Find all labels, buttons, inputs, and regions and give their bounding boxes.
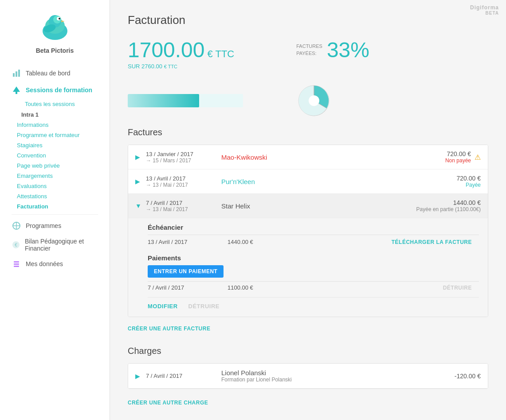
facture-date-main-2: 13 / Avril / 2017: [146, 175, 221, 182]
warning-icon-1: ⚠: [475, 153, 481, 161]
facture-dates-3: 7 / Avril / 2017 → 13 / Mai / 2017: [146, 200, 221, 212]
chevron-right-charge-1: ▶: [135, 373, 141, 380]
svg-rect-12: [16, 92, 17, 94]
sidebar-item-sessions[interactable]: Sessions de formation: [7, 82, 102, 98]
charge-date-main-1: 7 / Avril / 2017: [146, 373, 221, 379]
facture-row-3-header[interactable]: ▼ 7 / Avril / 2017 → 13 / Mai / 2017 Sta…: [128, 194, 488, 218]
sidebar-label-sessions: Sessions de formation: [26, 86, 92, 94]
sidebar-label-bilan: Bilan Pédagogique et Financier: [25, 238, 98, 252]
bird-logo: [37, 9, 73, 44]
svg-rect-20: [14, 266, 19, 267]
detruire-button[interactable]: DÉTRUIRE: [188, 303, 220, 310]
create-facture-link[interactable]: CRÉER UNE AUTRE FACTURE: [128, 326, 210, 332]
sidebar-label-programmes: Programmes: [26, 222, 61, 229]
progress-bar-fill: [128, 94, 199, 107]
svg-rect-9: [16, 71, 17, 77]
sur-amount: SUR 2760.00 € TTC: [128, 63, 234, 70]
progress-bar-container: [128, 94, 243, 107]
facture-amount-area-1: 720.00 € Non payée ⚠: [445, 150, 481, 164]
charge-amount-area-1: -120.00 €: [455, 373, 481, 380]
svg-marker-11: [13, 86, 20, 92]
paiements-title: Paiements: [148, 254, 479, 262]
svg-point-24: [309, 95, 319, 106]
facture-date-sub-2: → 13 / Mai / 2017: [146, 182, 221, 188]
charge-client-area-1: Lionel Polanski Formation par Lionel Pol…: [221, 369, 455, 383]
facture-status-3: Payée en partie (1100.00€): [416, 206, 481, 212]
pie-chart: [296, 83, 332, 118]
currency-ttc: € TTC: [208, 48, 235, 60]
pie-chart-container: [296, 83, 332, 118]
payments-section: Paiements ENTRER UN PAIEMENT 7 / Avril /…: [148, 254, 479, 294]
charges-title: Charges: [128, 346, 488, 356]
facture-client-3: Star Helix: [221, 202, 416, 210]
facture-amount-2: 720.00 €: [457, 175, 481, 182]
sidebar-item-attestations[interactable]: Attestations: [13, 191, 102, 201]
sidebar-item-programme-formateur[interactable]: Programme et formateur: [13, 130, 102, 140]
sidebar-item-toutes-sessions[interactable]: Toutes les sessions: [21, 98, 102, 110]
payment-date-1: 7 / Avril / 2017: [148, 284, 228, 291]
watermark: Digiforma BETA: [470, 4, 499, 16]
echeancier-date-1: 13 / Avril / 2017: [148, 239, 228, 245]
sidebar-item-mes-donnees[interactable]: Mes données: [7, 255, 102, 272]
create-charge-link[interactable]: CRÉER UNE AUTRE CHARGE: [128, 400, 208, 406]
echeancier-row-1: 13 / Avril / 2017 1440.00 € TÉLÉCHARGER …: [148, 235, 479, 249]
top-stats: 1700.00 € TTC SUR 2760.00 € TTC FACTURES…: [128, 38, 488, 70]
progress-area: [128, 83, 488, 118]
charge-client-sub-1: Formation par Lionel Polanski: [221, 377, 455, 383]
sidebar-item-page-web-privee[interactable]: Page web privée: [13, 161, 102, 171]
facture-row-2[interactable]: ▶ 13 / Avril / 2017 → 13 / Mai / 2017 Pu…: [128, 169, 488, 194]
charge-dates-1: 7 / Avril / 2017: [146, 373, 221, 379]
sidebar-item-bilan[interactable]: € Bilan Pédagogique et Financier: [7, 234, 102, 255]
facture-amount-area-3: 1440.00 € Payée en partie (1100.00€): [416, 199, 481, 212]
sidebar-item-stagiaires[interactable]: Stagiaires: [13, 140, 102, 150]
sidebar-item-convention[interactable]: Convention: [13, 150, 102, 161]
facture-amount-3: 1440.00 €: [416, 199, 481, 206]
svg-rect-19: [14, 263, 19, 265]
detruire-payment-btn[interactable]: DÉTRUIRE: [443, 285, 472, 291]
main-content: Digiforma BETA Facturation 1700.00 € TTC…: [110, 0, 506, 420]
facture-status-2: Payée: [457, 182, 481, 188]
sidebar-label-tableau: Tableau de bord: [26, 70, 70, 77]
sidebar-item-programmes[interactable]: Programmes: [7, 217, 102, 234]
modifier-button[interactable]: MODIFIER: [148, 303, 178, 310]
intra-label: Intra 1: [7, 110, 102, 120]
page-title: Facturation: [128, 13, 488, 27]
facture-date-sub-1: → 15 / Mars / 2017: [146, 157, 221, 164]
charges-table: ▶ 7 / Avril / 2017 Lionel Polanski Forma…: [128, 363, 488, 389]
facture-amount-1: 720.00 €: [445, 150, 471, 157]
telecharger-facture-btn[interactable]: TÉLÉCHARGER LA FACTURE: [392, 239, 472, 245]
sidebar: Beta Pictoris Tableau de bord Sessions d…: [0, 0, 110, 420]
nav-divider-1: [12, 214, 98, 215]
facture-amount-area-2: 720.00 € Payée: [457, 175, 481, 188]
svg-rect-18: [14, 261, 19, 263]
svg-rect-8: [13, 73, 15, 77]
sidebar-item-informations[interactable]: Informations: [13, 120, 102, 130]
sidebar-item-evaluations[interactable]: Evaluations: [13, 181, 102, 191]
sidebar-item-facturation[interactable]: Facturation: [13, 201, 102, 212]
chart-icon: [12, 68, 21, 78]
sidebar-label-mes-donnees: Mes données: [26, 260, 63, 267]
facture-status-1: Non payée: [445, 157, 471, 164]
facture-row-1[interactable]: ▶ 13 / Janvier / 2017 → 15 / Mars / 2017…: [128, 145, 488, 169]
programs-icon: [12, 221, 21, 231]
paid-pct: 33%: [327, 38, 369, 62]
facture-client-1: Mao-Kwikowski: [221, 153, 445, 161]
svg-point-5: [59, 18, 60, 20]
sub-sub-nav-intra: Informations Programme et formateur Stag…: [7, 120, 102, 212]
svg-text:€: €: [15, 243, 17, 247]
factures-table: ▶ 13 / Janvier / 2017 → 15 / Mars / 2017…: [128, 145, 488, 317]
tree-icon: [12, 85, 21, 95]
sidebar-item-tableau-bord[interactable]: Tableau de bord: [7, 65, 102, 82]
svg-rect-10: [18, 70, 20, 77]
sub-nav-sessions: Toutes les sessions: [7, 98, 102, 110]
echeancier-amount-1: 1440.00 €: [228, 239, 392, 245]
factures-title: Factures: [128, 127, 488, 137]
enter-payment-button[interactable]: ENTRER UN PAIEMENT: [148, 265, 224, 278]
facture-dates-1: 13 / Janvier / 2017 → 15 / Mars / 2017: [146, 151, 221, 164]
sidebar-item-emargements[interactable]: Emargements: [13, 171, 102, 181]
echeancier-title: Échéancier: [148, 224, 479, 231]
charge-row-1[interactable]: ▶ 7 / Avril / 2017 Lionel Polanski Forma…: [128, 364, 488, 389]
stat-amount-area: 1700.00 € TTC SUR 2760.00 € TTC: [128, 38, 234, 70]
payment-amount-1: 1100.00 €: [228, 284, 443, 291]
app-name: Beta Pictoris: [36, 47, 74, 54]
